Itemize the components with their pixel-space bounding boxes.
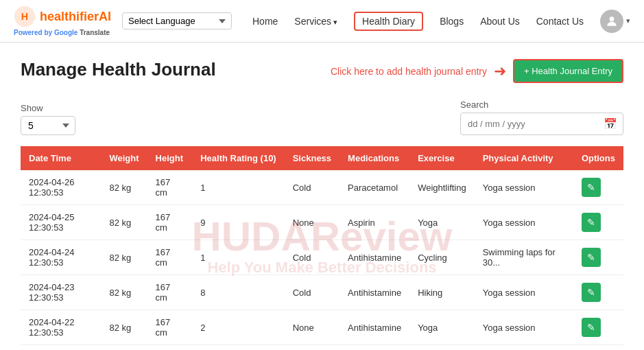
search-input-wrapper: 📅 xyxy=(460,113,623,135)
table-cell: Antihistamine xyxy=(339,240,409,275)
action-cell: ✎ xyxy=(573,240,623,275)
page-title: Manage Health Journal xyxy=(21,59,216,80)
table-cell: 167 cm xyxy=(147,310,193,345)
table-cell: 2024-04-23 12:30:53 xyxy=(21,275,101,310)
table-row: 2024-04-25 12:30:5382 kg167 cm9NoneAspir… xyxy=(21,205,623,240)
language-select[interactable]: Select Language English Spanish French xyxy=(122,12,232,30)
nav-health-diary[interactable]: Health Diary xyxy=(354,12,423,31)
search-input[interactable] xyxy=(461,115,598,133)
action-cell: ✎ xyxy=(573,205,623,240)
user-avatar-wrapper[interactable]: ▾ xyxy=(600,10,630,33)
table-cell: 82 kg xyxy=(101,240,147,275)
table-cell: Cold xyxy=(285,170,339,205)
action-cell: ✎ xyxy=(573,275,623,310)
table-cell: 167 cm xyxy=(147,205,193,240)
nav-home[interactable]: Home xyxy=(252,16,278,27)
health-journal-table: Date Time Weight Height Health Rating (1… xyxy=(21,146,623,345)
main-content: Manage Health Journal Click here to add … xyxy=(0,43,644,350)
avatar-caret: ▾ xyxy=(626,16,630,25)
user-icon xyxy=(605,14,619,28)
table-row: 2024-04-22 12:30:5382 kg167 cm2NoneAntih… xyxy=(21,310,623,345)
brand-name: healthifierAI xyxy=(40,10,111,24)
navbar: H healthifierAI Powered by Google Transl… xyxy=(0,0,644,43)
header-right: Click here to add health journal entry ➜… xyxy=(331,59,623,83)
table-cell: 82 kg xyxy=(101,170,147,205)
edit-button[interactable]: ✎ xyxy=(582,318,601,337)
table-cell: 82 kg xyxy=(101,275,147,310)
show-group: Show 5 10 25 50 xyxy=(21,103,75,135)
col-options: Options xyxy=(573,146,623,170)
table-cell: Antihistamine xyxy=(339,275,409,310)
table-section: HUDAReview Help You Make Better Decision… xyxy=(21,146,623,345)
brand: H healthifierAI Powered by Google Transl… xyxy=(14,5,111,36)
col-datetime: Date Time xyxy=(21,146,101,170)
table-row: 2024-04-24 12:30:5382 kg167 cm1ColdAntih… xyxy=(21,240,623,275)
calendar-icon[interactable]: 📅 xyxy=(598,113,623,135)
table-cell: Aspirin xyxy=(339,205,409,240)
controls-row: Show 5 10 25 50 Search 📅 xyxy=(21,100,623,135)
table-cell: Cold xyxy=(285,275,339,310)
col-medications: Medications xyxy=(339,146,409,170)
table-cell: Yoga xyxy=(409,310,475,345)
col-sickness: Sickness xyxy=(285,146,339,170)
nav-blogs[interactable]: Blogs xyxy=(440,16,464,27)
table-cell: Yoga session xyxy=(475,170,573,205)
table-cell: Antihistamine xyxy=(339,310,409,345)
table-cell: 167 cm xyxy=(147,240,193,275)
table-cell: 9 xyxy=(192,205,285,240)
page-header: Manage Health Journal Click here to add … xyxy=(21,59,623,83)
table-cell: Yoga session xyxy=(475,205,573,240)
avatar[interactable] xyxy=(600,10,623,33)
brand-powered: Powered by Google Translate xyxy=(14,29,111,36)
table-body: 2024-04-26 12:30:5382 kg167 cm1ColdParac… xyxy=(21,170,623,345)
col-exercise: Exercise xyxy=(409,146,475,170)
col-height: Height xyxy=(147,146,193,170)
table-cell: 2 xyxy=(192,310,285,345)
table-cell: Swimming laps for 30... xyxy=(475,240,573,275)
search-group: Search 📅 xyxy=(460,100,623,135)
table-cell: Hiking xyxy=(409,275,475,310)
table-row: 2024-04-26 12:30:5382 kg167 cm1ColdParac… xyxy=(21,170,623,205)
table-cell: Cold xyxy=(285,240,339,275)
svg-point-2 xyxy=(610,16,615,21)
action-cell: ✎ xyxy=(573,170,623,205)
table-cell: None xyxy=(285,205,339,240)
table-cell: Weightlifting xyxy=(409,170,475,205)
edit-button[interactable]: ✎ xyxy=(582,248,601,267)
table-cell: Cycling xyxy=(409,240,475,275)
show-label: Show xyxy=(21,103,75,113)
nav-links: Home Services Health Diary Blogs About U… xyxy=(252,10,630,33)
edit-button[interactable]: ✎ xyxy=(582,213,601,232)
arrow-icon: ➜ xyxy=(494,62,506,80)
table-cell: 8 xyxy=(192,275,285,310)
edit-button[interactable]: ✎ xyxy=(582,178,601,197)
table-cell: 82 kg xyxy=(101,310,147,345)
hint-text: Click here to add health journal entry ➜… xyxy=(331,59,623,83)
show-select[interactable]: 5 10 25 50 xyxy=(21,116,75,135)
table-cell: 2024-04-26 12:30:53 xyxy=(21,170,101,205)
table-cell: None xyxy=(285,310,339,345)
brand-logo: H healthifierAI xyxy=(14,5,111,27)
col-health-rating: Health Rating (10) xyxy=(192,146,285,170)
table-cell: 2024-04-25 12:30:53 xyxy=(21,205,101,240)
table-cell: Yoga session xyxy=(475,275,573,310)
col-weight: Weight xyxy=(101,146,147,170)
nav-services[interactable]: Services xyxy=(294,16,337,27)
add-journal-entry-button[interactable]: + Health Journal Entry xyxy=(513,59,623,83)
table-cell: Paracetamol xyxy=(339,170,409,205)
table-cell: 2024-04-22 12:30:53 xyxy=(21,310,101,345)
table-cell: 2024-04-24 12:30:53 xyxy=(21,240,101,275)
nav-about-us[interactable]: About Us xyxy=(480,16,520,27)
table-cell: 167 cm xyxy=(147,275,193,310)
nav-contact-us[interactable]: Contact Us xyxy=(536,16,584,27)
col-physical-activity: Physical Activity xyxy=(475,146,573,170)
table-cell: 1 xyxy=(192,170,285,205)
table-cell: 1 xyxy=(192,240,285,275)
table-cell: 167 cm xyxy=(147,170,193,205)
table-cell: Yoga xyxy=(409,205,475,240)
edit-button[interactable]: ✎ xyxy=(582,283,601,302)
action-cell: ✎ xyxy=(573,310,623,345)
svg-text:H: H xyxy=(21,11,28,22)
table-cell: 82 kg xyxy=(101,205,147,240)
table-row: 2024-04-23 12:30:5382 kg167 cm8ColdAntih… xyxy=(21,275,623,310)
